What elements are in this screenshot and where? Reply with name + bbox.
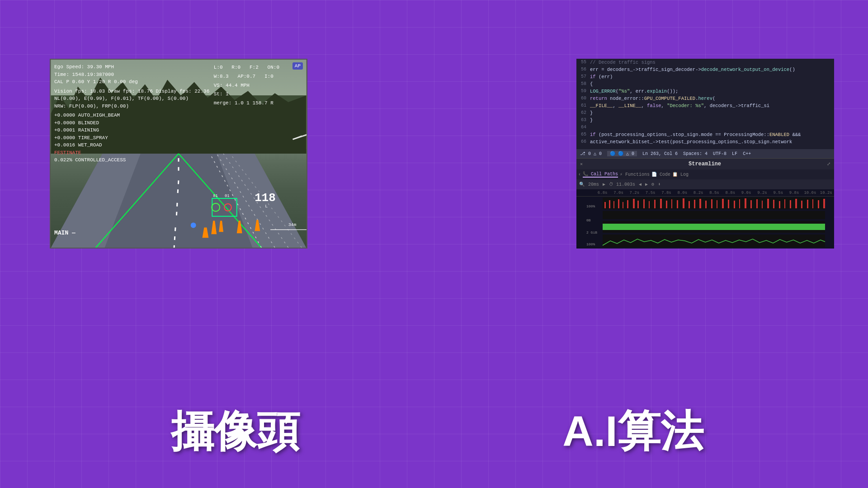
svg-rect-51 xyxy=(666,201,667,208)
code-line-62: 62 } xyxy=(576,109,834,117)
ln-col: Ln 263, Col 6 xyxy=(642,151,678,156)
svg-rect-47 xyxy=(643,199,645,208)
profiler-header: ✕ Streamline ⤢ xyxy=(576,159,834,169)
svg-text:0B: 0B xyxy=(586,218,591,222)
toolbar-settings[interactable]: ⚙ xyxy=(651,182,654,187)
code-line-55: 55 // Decode traffic signs xyxy=(576,59,834,66)
profiler-title: Streamline xyxy=(689,161,721,167)
profiler-close[interactable]: ✕ xyxy=(580,161,583,167)
hud-nrw-line: NRW: FLP(0.00), FRP(0.00) xyxy=(54,103,209,110)
encoding: UTF-8 xyxy=(713,151,726,156)
code-line-56: 56 err = decoders_->traffic_sign_decoder… xyxy=(576,66,834,73)
dashcam-panel: 34m 81 01 118 L xyxy=(50,59,307,249)
hud-overlay: Ego Speed: 39.30 MPH Time: 1548.19:38700… xyxy=(51,60,307,248)
hud-merge: merge: 1.0 1 158.7 R xyxy=(214,99,279,108)
hud-f2: F:2 xyxy=(250,65,259,70)
svg-text:2 GiB: 2 GiB xyxy=(586,230,597,235)
tick-80: 8.0s xyxy=(675,191,690,195)
svg-rect-60 xyxy=(717,200,717,208)
hud-st1: St: 1 xyxy=(214,90,279,99)
svg-rect-55 xyxy=(689,201,690,208)
code-line-57: 57 if (err) xyxy=(576,73,834,80)
svg-rect-65 xyxy=(745,198,746,208)
svg-rect-58 xyxy=(705,201,707,208)
profiler-tab-functions[interactable]: ⚡ Functions xyxy=(620,172,650,177)
tick-88: 8.8s xyxy=(722,191,738,195)
hud-main-label: MAIN — xyxy=(54,230,75,236)
hud-top-right: L:0 R:0 F:2 ON:0 W:8.3 AP:0.7 I:0 VS: 44… xyxy=(214,63,279,108)
svg-rect-76 xyxy=(807,200,808,208)
tick-72: 7.2s xyxy=(627,191,642,195)
tick-102: 10.2s xyxy=(818,191,834,195)
hud-w83: W:8.3 xyxy=(214,74,229,79)
profiler-tab-log[interactable]: 📋 Log xyxy=(672,172,689,177)
git-status: ⎇ 0 △ 0 xyxy=(580,151,602,156)
svg-rect-40 xyxy=(609,200,610,208)
hud-i0: I:0 xyxy=(264,74,274,79)
dashcam-road: 34m 81 01 118 L xyxy=(51,60,307,248)
code-line-66: 66 active_network_bitset_->test(post_pro… xyxy=(576,138,834,145)
status-icons: 🔵 🔵 △ 0 xyxy=(607,151,637,156)
timeline-ruler: 6.8s 7.0s 7.2s 7.5s 7.8s 8.0s 8.2s 8.5s … xyxy=(576,189,834,197)
toolbar-prev[interactable]: ◀ xyxy=(639,182,642,187)
svg-rect-73 xyxy=(790,200,791,208)
left-label: 攝像頭 xyxy=(36,403,434,461)
toolbar-zoom[interactable]: 20ms xyxy=(588,182,599,187)
tick-68: 6.8s xyxy=(594,191,610,195)
timeline-area: 6.8s 7.0s 7.2s 7.5s 7.8s 8.0s 8.2s 8.5s … xyxy=(576,189,834,249)
toolbar-search[interactable]: 🔍 xyxy=(579,182,585,187)
svg-rect-43 xyxy=(623,202,623,208)
svg-rect-53 xyxy=(677,200,678,208)
profiler-tab-callpaths[interactable]: 📞 Call Paths xyxy=(583,171,618,178)
status-bar: ⎇ 0 △ 0 🔵 🔵 △ 0 Ln 263, Col 6 Spaces: 4 … xyxy=(576,149,834,158)
hud-blinded: +0.0000 BLINDED xyxy=(54,119,209,127)
profiler-tab-code[interactable]: 📄 Code xyxy=(651,172,670,177)
svg-rect-63 xyxy=(734,201,735,208)
svg-text:100%: 100% xyxy=(586,204,595,208)
svg-rect-71 xyxy=(779,201,780,208)
svg-rect-62 xyxy=(728,200,729,208)
hud-status-line: FESTINATE xyxy=(54,149,209,157)
toolbar-download[interactable]: ⬇ xyxy=(658,182,660,187)
hud-tire-spray: +0.0000 TIRE_SPRAY xyxy=(54,134,209,142)
code-line-58: 58 { xyxy=(576,80,834,88)
tick-82: 8.2s xyxy=(690,191,706,195)
code-line-65: 65 if (post_processing_options_.stop_sig… xyxy=(576,131,834,138)
svg-rect-70 xyxy=(773,200,774,208)
tick-90: 9.0s xyxy=(738,191,754,195)
svg-rect-39 xyxy=(604,202,606,208)
svg-rect-45 xyxy=(633,199,635,208)
code-line-61: 61 __FILE__, __LINE__, false, "Decoder: … xyxy=(576,102,834,109)
hud-ap-badge: AP xyxy=(292,62,303,70)
hud-nl-line: NL(0.00), E(0.99), F(0.01), TF(0.00), S(… xyxy=(54,95,209,103)
hud-r0: R:0 xyxy=(231,65,241,70)
svg-rect-50 xyxy=(660,199,662,208)
hud-vision-fps: Vision fps: 18.03 Draw fps: 18.76 Displa… xyxy=(54,88,209,95)
code-editor[interactable]: 55 // Decode traffic signs 56 err = deco… xyxy=(576,59,834,149)
toolbar-next[interactable]: ▶ xyxy=(645,182,648,187)
code-panel: 55 // Decode traffic signs 56 err = deco… xyxy=(576,59,834,249)
svg-rect-48 xyxy=(649,201,650,208)
svg-rect-67 xyxy=(756,199,758,208)
profiler-back[interactable]: ‹ xyxy=(578,172,581,177)
tick-75: 7.5s xyxy=(642,191,658,195)
profiler-tabs: ‹ 📞 Call Paths ⚡ Functions 📄 Code 📋 Log xyxy=(576,169,834,179)
toolbar-play[interactable]: ▶ xyxy=(603,182,605,187)
svg-rect-46 xyxy=(637,201,639,208)
profiler-expand[interactable]: ⤢ xyxy=(827,161,830,167)
right-label: A.I算法 xyxy=(434,403,832,461)
svg-rect-59 xyxy=(711,199,712,208)
code-line-64: 64 xyxy=(576,124,834,131)
tick-92: 9.2s xyxy=(754,191,770,195)
svg-rect-69 xyxy=(767,199,769,208)
svg-rect-74 xyxy=(795,199,797,208)
code-line-63: 63 } xyxy=(576,117,834,124)
svg-rect-80 xyxy=(603,211,825,219)
hud-top-left: Ego Speed: 39.30 MPH Time: 1548.19:38700… xyxy=(54,63,209,164)
svg-rect-54 xyxy=(683,198,684,208)
tick-100: 10.0s xyxy=(802,191,818,195)
profiler-toolbar: 🔍 20ms ▶ ⏱ 11.003s ◀ ▶ ⚙ ⬇ xyxy=(576,179,834,189)
tick-98: 9.8s xyxy=(786,191,802,195)
code-line-59: 59 LOG_ERROR("%s", err.explain()); xyxy=(576,88,834,95)
hud-ap07: AP:0.7 xyxy=(238,74,256,79)
